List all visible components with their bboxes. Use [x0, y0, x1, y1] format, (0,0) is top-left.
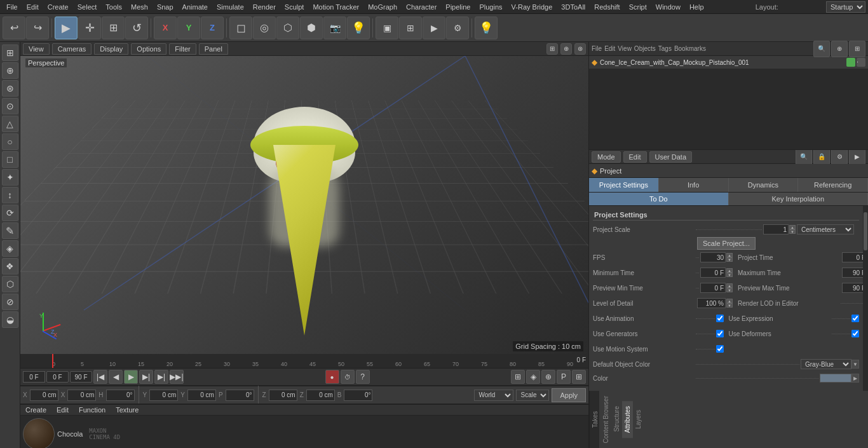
edit-button[interactable]: Edit: [623, 151, 647, 163]
fps-up[interactable]: ▲: [726, 253, 733, 257]
render-settings-button[interactable]: ⚙: [446, 17, 469, 39]
color-arrow[interactable]: ▶: [851, 374, 859, 383]
max-time-spinner[interactable]: ▲ ▼: [842, 268, 863, 278]
menu-window[interactable]: Window: [652, 2, 684, 12]
project-time-spinner[interactable]: ▲ ▼: [842, 252, 863, 262]
axis-z-button[interactable]: Z: [201, 17, 224, 39]
use-deformers-checkbox[interactable]: [851, 330, 859, 337]
bottom-tab-texture[interactable]: Texture: [113, 405, 141, 415]
light-button[interactable]: 💡: [347, 17, 370, 39]
default-color-arrow[interactable]: ▼: [851, 360, 859, 369]
tc-btn-prev-key[interactable]: |◀: [93, 370, 107, 384]
render-button[interactable]: ▶: [423, 17, 445, 39]
sidebar-btn-6[interactable]: ○: [2, 133, 18, 150]
deformer-button[interactable]: ⬢: [300, 17, 323, 39]
vtab-takes[interactable]: Takes: [590, 406, 600, 433]
menu-plugins[interactable]: Plugins: [475, 2, 506, 12]
user-data-button[interactable]: User Data: [649, 151, 693, 163]
coord-b-input[interactable]: [344, 390, 372, 401]
lod-input[interactable]: [697, 298, 726, 308]
timeline-start-input[interactable]: [23, 371, 45, 383]
fps-down[interactable]: ▼: [726, 257, 733, 262]
tc-btn-next-key[interactable]: ▶|: [154, 370, 168, 384]
object-visible-icon[interactable]: [846, 58, 855, 67]
sidebar-btn-1[interactable]: ⊞: [2, 44, 18, 61]
sidebar-btn-8[interactable]: ✦: [2, 169, 18, 186]
material-sphere[interactable]: [23, 418, 55, 448]
use-expression-checkbox[interactable]: [851, 315, 859, 322]
rotate-tool-button[interactable]: ↺: [125, 17, 148, 39]
obj-panel-objects[interactable]: Objects: [634, 45, 656, 52]
menu-help[interactable]: Help: [686, 2, 708, 12]
attr-more-icon[interactable]: ▶: [849, 149, 865, 165]
select-tool-button[interactable]: ▶: [55, 17, 78, 39]
sidebar-btn-9[interactable]: ↕: [2, 187, 18, 203]
mode-button[interactable]: Mode: [592, 151, 621, 163]
vp-tab-view[interactable]: View: [23, 43, 50, 55]
vp-icon-btn-2[interactable]: ⊕: [560, 43, 572, 55]
menu-create[interactable]: Create: [44, 2, 72, 12]
obj-search-icon[interactable]: 🔍: [813, 41, 830, 57]
sidebar-btn-12[interactable]: ◈: [2, 240, 18, 257]
axis-y-button[interactable]: Y: [177, 17, 200, 39]
object-extra-icon[interactable]: ·: [857, 58, 865, 67]
vtab-content-browser[interactable]: Content Browser: [600, 391, 611, 448]
preview-max-time-spinner[interactable]: ▲ ▼: [842, 283, 863, 293]
axis-x-button[interactable]: X: [154, 17, 177, 39]
menu-motion-tracker[interactable]: Motion Tracker: [309, 2, 363, 12]
subtab-key-interpolation[interactable]: Key Interpolation: [729, 193, 869, 205]
layout-select[interactable]: Startup: [826, 1, 865, 13]
pvmint-down[interactable]: ▼: [726, 288, 733, 292]
coord-size-y-input[interactable]: [187, 390, 216, 401]
project-scale-spinner[interactable]: ▲ ▼: [763, 224, 796, 234]
world-dropdown[interactable]: World Object Camera: [474, 390, 513, 401]
project-scale-input[interactable]: [763, 224, 789, 234]
vp-icon-btn-3[interactable]: ⊛: [574, 43, 586, 55]
tc-btn-help[interactable]: ?: [356, 370, 370, 384]
default-color-select[interactable]: Gray-Blue Random Custom: [801, 359, 851, 369]
attr-search-icon[interactable]: 🔍: [796, 149, 812, 165]
attr-scrollbar-thumb[interactable]: [864, 212, 867, 250]
apply-button[interactable]: Apply: [552, 388, 586, 402]
project-scale-unit-select[interactable]: Centimeters Meters Inches: [797, 224, 854, 234]
menu-file[interactable]: File: [3, 2, 22, 12]
scale-project-button[interactable]: Scale Project...: [697, 237, 756, 250]
object-entry[interactable]: ◆ Cone_Ice_Cream_with_Cap_Mockup_Pistach…: [589, 56, 868, 69]
sidebar-btn-3[interactable]: ⊛: [2, 80, 18, 97]
coord-size-z-input[interactable]: [306, 390, 335, 401]
pvmint-up[interactable]: ▲: [726, 283, 733, 288]
menu-3dtoall[interactable]: 3DToAll: [557, 2, 589, 12]
obj-panel-file[interactable]: File: [592, 45, 602, 52]
menu-edit[interactable]: Edit: [23, 2, 43, 12]
obj-panel-view[interactable]: View: [618, 45, 632, 52]
tab-project-settings[interactable]: Project Settings: [589, 178, 659, 192]
project-scale-up[interactable]: ▲: [789, 225, 796, 229]
menu-sculpt[interactable]: Sculpt: [281, 2, 308, 12]
bottom-tab-create[interactable]: Create: [23, 405, 49, 415]
fps-spinner[interactable]: ▲ ▼: [700, 252, 733, 262]
min-time-input[interactable]: [700, 268, 726, 278]
tab-info[interactable]: Info: [659, 178, 729, 192]
project-scale-down[interactable]: ▼: [789, 229, 796, 234]
menu-mograph[interactable]: MoGraph: [364, 2, 401, 12]
fps-input[interactable]: [700, 252, 726, 262]
sidebar-btn-10[interactable]: ⟳: [2, 205, 18, 221]
coord-p-input[interactable]: [226, 390, 254, 401]
attr-lock-icon[interactable]: 🔒: [813, 149, 830, 165]
tab-dynamics[interactable]: Dynamics: [729, 178, 799, 192]
lod-spinner[interactable]: ▲ ▼: [697, 298, 733, 308]
menu-redshift[interactable]: Redshift: [590, 2, 623, 12]
tc-btn-key-frame[interactable]: ◈: [526, 370, 540, 384]
obj-more-icon[interactable]: ⊞: [849, 41, 865, 57]
vtab-structure[interactable]: Structure: [611, 401, 622, 437]
preview-max-time-input[interactable]: [842, 283, 863, 293]
undo-button[interactable]: ↩: [3, 17, 25, 39]
move-tool-button[interactable]: ✛: [78, 17, 101, 39]
sidebar-btn-11[interactable]: ✎: [2, 222, 18, 239]
obj-panel-edit[interactable]: Edit: [604, 45, 615, 52]
viewport[interactable]: X Y Z Perspective Grid Spacing : 10 cm: [20, 56, 588, 354]
sidebar-btn-13[interactable]: ❖: [2, 258, 18, 275]
tc-btn-play[interactable]: ▶: [124, 370, 138, 384]
playhead[interactable]: [52, 354, 53, 368]
camera-button[interactable]: 📷: [323, 17, 346, 39]
